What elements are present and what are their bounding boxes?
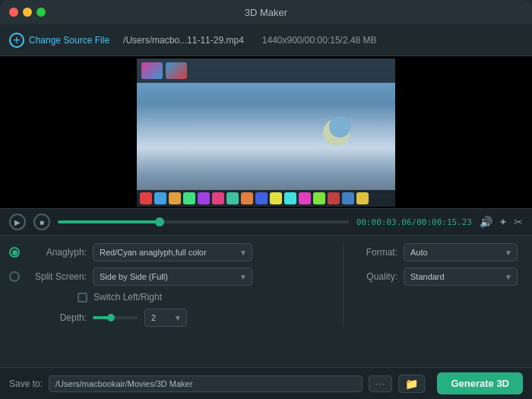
switch-lr-label: Switch Left/Right — [93, 292, 162, 302]
switch-lr-checkbox[interactable] — [78, 293, 87, 302]
total-time: 00:00:15.23 — [416, 217, 472, 227]
format-row: Format: Auto ▼ — [356, 243, 523, 261]
overlay-icons — [141, 62, 187, 79]
save-to-label: Save to: — [9, 378, 43, 389]
controls-bar: ▶ ■ 00:00:03.06/00:00:15.23 🔊 ✦ ✂ — [0, 208, 532, 236]
volume-icon[interactable]: 🔊 — [480, 216, 492, 228]
overlay-icon-1 — [141, 62, 163, 79]
split-screen-radio[interactable] — [9, 271, 20, 282]
right-controls: 🔊 ✦ ✂ — [480, 216, 523, 228]
dock-icon — [313, 192, 325, 204]
anaglyph-row: Anaglyph: Red/Cyan anaglyph,full color ▼ — [9, 243, 331, 261]
preview-dock-bar — [137, 190, 395, 207]
quality-label: Quality: — [356, 271, 397, 282]
dock-icon — [183, 192, 195, 204]
quality-value: Standard — [410, 272, 445, 281]
progress-container — [58, 220, 349, 223]
change-source-label: Change Source File — [29, 35, 109, 46]
moon-shape — [323, 119, 350, 146]
settings-icon[interactable]: ✦ — [499, 216, 508, 228]
file-info: /Users/macbo...11-11-29.mp4 1440x900/00:… — [123, 35, 377, 46]
depth-label: Depth: — [26, 312, 87, 323]
split-screen-arrow-icon: ▼ — [239, 273, 247, 281]
current-time: 00:00:03.06 — [356, 217, 412, 227]
bottom-bar: Save to: /Users/macbookair/Movies/3D Mak… — [0, 367, 532, 399]
preview-area — [0, 56, 532, 208]
split-screen-select[interactable]: Side by Side (Full) ▼ — [93, 268, 252, 286]
cut-icon[interactable]: ✂ — [514, 216, 523, 228]
dock-icon — [198, 192, 210, 204]
anaglyph-select[interactable]: Red/Cyan anaglyph,full color ▼ — [93, 243, 252, 261]
split-screen-row: Split Screen: Side by Side (Full) ▼ — [9, 268, 331, 286]
progress-track[interactable] — [58, 220, 349, 223]
progress-fill — [58, 220, 160, 223]
toolbar: + Change Source File /Users/macbo...11-1… — [0, 24, 532, 56]
overlay-icon-2 — [166, 62, 187, 79]
open-folder-button[interactable]: 📁 — [398, 375, 425, 393]
preview-image — [137, 59, 395, 207]
depth-slider-thumb[interactable] — [107, 314, 115, 321]
options-right: Format: Auto ▼ Quality: Standard ▼ — [356, 243, 523, 327]
anaglyph-radio[interactable] — [9, 247, 20, 258]
save-path-text: /Users/macbookair/Movies/3D Maker — [55, 379, 192, 388]
dock-icon — [255, 192, 268, 204]
change-source-button[interactable]: + Change Source File — [9, 33, 109, 48]
quality-row: Quality: Standard ▼ — [356, 268, 523, 286]
dock-icon — [241, 192, 253, 204]
progress-thumb[interactable] — [155, 217, 164, 226]
quality-select[interactable]: Standard ▼ — [404, 268, 518, 286]
dock-icon — [356, 192, 369, 204]
quality-arrow-icon: ▼ — [505, 273, 512, 281]
add-icon: + — [9, 33, 24, 48]
dock-icon — [226, 192, 239, 204]
format-label: Format: — [356, 247, 397, 258]
anaglyph-arrow-icon: ▼ — [239, 249, 247, 257]
options-panel: Anaglyph: Red/Cyan anaglyph,full color ▼… — [0, 236, 532, 334]
dock-icon — [284, 192, 296, 204]
anaglyph-label: Anaglyph: — [26, 247, 87, 258]
switch-lr-row: Switch Left/Right — [9, 292, 331, 302]
stop-button[interactable]: ■ — [33, 214, 50, 230]
title-bar: 3D Maker — [0, 0, 532, 24]
file-path: /Users/macbo...11-11-29.mp4 — [123, 35, 244, 46]
close-button[interactable] — [9, 8, 18, 17]
dock-icon — [212, 192, 224, 204]
generate-3d-button[interactable]: Generate 3D — [437, 372, 523, 394]
options-left: Anaglyph: Red/Cyan anaglyph,full color ▼… — [9, 243, 331, 327]
dock-icon — [342, 192, 354, 204]
split-screen-value: Side by Side (Full) — [100, 272, 168, 281]
depth-row: Depth: 2 ▼ — [9, 309, 331, 327]
format-arrow-icon: ▼ — [505, 249, 512, 257]
traffic-lights — [9, 8, 46, 17]
dock-icon — [328, 192, 340, 204]
app-title: 3D Maker — [245, 7, 287, 18]
anaglyph-value: Red/Cyan anaglyph,full color — [100, 248, 207, 257]
file-meta: 1440x900/00:00:15/2.48 MB — [262, 35, 377, 46]
depth-slider[interactable] — [93, 316, 138, 319]
time-display: 00:00:03.06/00:00:15.23 — [356, 217, 472, 227]
save-path-display: /Users/macbookair/Movies/3D Maker — [49, 375, 363, 392]
preview-overlay — [137, 59, 395, 83]
format-select[interactable]: Auto ▼ — [404, 243, 518, 261]
split-screen-label: Split Screen: — [26, 271, 87, 282]
minimize-button[interactable] — [23, 8, 32, 17]
depth-value: 2 — [151, 313, 156, 322]
play-button[interactable]: ▶ — [9, 214, 26, 230]
dock-icon — [154, 192, 166, 204]
format-value: Auto — [410, 248, 428, 257]
browse-dots-button[interactable]: ··· — [369, 375, 392, 392]
maximize-button[interactable] — [36, 8, 46, 17]
depth-select[interactable]: 2 ▼ — [144, 309, 187, 327]
vertical-divider — [343, 243, 344, 327]
dock-icon — [140, 192, 152, 204]
depth-arrow-icon: ▼ — [174, 314, 182, 322]
dock-icon — [169, 192, 181, 204]
dock-icon — [270, 192, 282, 204]
dock-icon — [299, 192, 311, 204]
